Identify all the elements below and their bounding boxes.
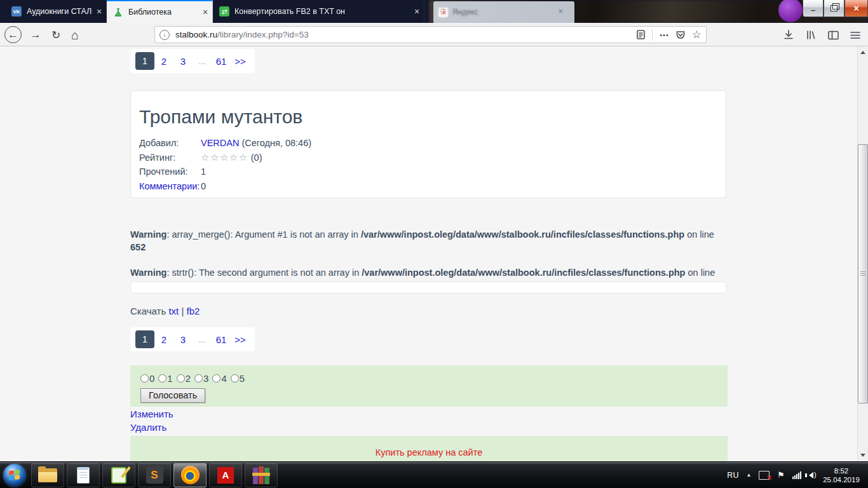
taskbar-notepad-button[interactable]: [67, 463, 100, 487]
tab-title: Аудиокниги СТАЛКЕР: [27, 7, 92, 16]
restore-icon: [831, 5, 837, 11]
php-warning: Warning: array_merge(): Argument #1 is n…: [130, 228, 718, 254]
tab-close-icon[interactable]: ×: [198, 7, 212, 17]
adobe-icon: A: [217, 467, 234, 484]
url-text: stalbook.ru/library/index.php?id=53: [175, 30, 309, 39]
pagination-next-link[interactable]: >>: [231, 334, 250, 345]
vote-radio-1[interactable]: [158, 374, 166, 383]
tab-audiobooks-stalker[interactable]: VK Аудиокниги СТАЛКЕР ×: [5, 0, 107, 23]
taskbar-adobe-button[interactable]: A: [209, 463, 242, 487]
update-error-icon[interactable]: [759, 471, 770, 480]
taskbar-explorer-button[interactable]: [31, 463, 64, 487]
taskbar-winrar-button[interactable]: [245, 463, 278, 487]
back-button[interactable]: ←: [4, 26, 22, 43]
vertical-scrollbar[interactable]: [857, 46, 868, 461]
background-tab-close-icon[interactable]: ×: [558, 6, 563, 16]
windows-logo-icon: [9, 470, 20, 481]
book-title: Тропами мутантов: [139, 106, 726, 128]
user-link[interactable]: VERDAN: [201, 138, 239, 148]
tab-convert-fb2[interactable]: ⇄ Конвертировать FB2 в TXT он ×: [213, 0, 424, 23]
pagination-current-page[interactable]: 1: [135, 330, 154, 348]
tab-title: Конвертировать FB2 в TXT он: [234, 7, 410, 16]
winrar-icon: [253, 466, 269, 484]
window-restore-button[interactable]: [824, 0, 844, 17]
window-controls: – ×: [803, 0, 868, 17]
site-info-icon[interactable]: i: [159, 30, 170, 40]
tab-library-active[interactable]: Библиотека ×: [107, 0, 213, 23]
taskbar-clock[interactable]: 8:52 25.04.2019: [821, 466, 862, 484]
reads-label: Прочтений:: [139, 165, 201, 179]
forward-button[interactable]: →: [27, 26, 44, 44]
hidden-icons-arrow-icon[interactable]: ▲: [746, 472, 751, 478]
vote-panel: 0 1 2 3 4 5 Голосовать: [130, 365, 728, 407]
pagination-page-link[interactable]: 61: [212, 56, 231, 67]
rating-count: (0): [248, 152, 262, 163]
home-button[interactable]: ⌂: [66, 26, 84, 44]
pagination-current-page[interactable]: 1: [135, 52, 154, 70]
menu-hamburger-icon[interactable]: [847, 27, 864, 43]
pagination-page-link[interactable]: 3: [173, 334, 193, 345]
pagination-page-link[interactable]: 61: [212, 334, 231, 345]
vote-radio-2[interactable]: [177, 374, 185, 383]
system-tray: RU ▲ ⚑ 8:52 25.04.2019: [727, 466, 868, 484]
scroll-down-arrow-icon[interactable]: [860, 454, 865, 457]
download-txt-link[interactable]: txt: [168, 306, 179, 316]
vote-radio-4[interactable]: [212, 374, 220, 383]
pocket-icon[interactable]: [676, 30, 685, 39]
tab-close-icon[interactable]: ×: [410, 6, 424, 17]
volume-icon[interactable]: [809, 472, 813, 478]
window-minimize-button[interactable]: –: [803, 0, 824, 17]
start-button[interactable]: [3, 464, 26, 487]
taskbar-firefox-button[interactable]: [173, 463, 207, 487]
vote-radio-5[interactable]: [231, 374, 239, 383]
notepadpp-icon: [111, 467, 126, 484]
reload-button[interactable]: ↻: [47, 26, 65, 44]
download-fb2-link[interactable]: fb2: [187, 306, 200, 316]
new-tab-button[interactable]: +: [435, 3, 450, 18]
comments-link[interactable]: Комментарии:: [139, 179, 201, 194]
reads-value: 1: [201, 166, 206, 177]
library-icon[interactable]: [803, 27, 819, 43]
vote-option-label: 4: [221, 373, 226, 384]
clock-time: 8:52: [821, 466, 862, 475]
vote-submit-button[interactable]: Голосовать: [140, 388, 205, 403]
bookmark-star-icon[interactable]: ☆: [692, 28, 702, 41]
ad-link[interactable]: Купить рекламу на сайте: [376, 447, 483, 458]
page-actions-icon[interactable]: •••: [660, 31, 669, 39]
taskbar-sublime-button[interactable]: S: [138, 463, 171, 487]
delete-link[interactable]: Удалить: [130, 422, 166, 433]
downloads-icon[interactable]: [780, 27, 797, 43]
vote-radio-0[interactable]: [140, 374, 149, 383]
pagination-next-link[interactable]: >>: [231, 56, 250, 67]
vk-favicon-icon: VK: [11, 6, 22, 17]
vote-option-label: 0: [149, 373, 154, 384]
scroll-up-arrow-icon[interactable]: [860, 51, 865, 54]
pagination-page-link[interactable]: 2: [154, 56, 173, 67]
scrollbar-thumb[interactable]: [858, 144, 868, 403]
pagination-page-link[interactable]: 2: [154, 334, 173, 345]
download-label: Скачать: [130, 306, 168, 316]
pagination-ellipsis: ...: [193, 335, 212, 344]
pagination-page-link[interactable]: 3: [173, 56, 193, 67]
divider: [652, 29, 653, 41]
vote-radio-3[interactable]: [194, 374, 203, 383]
converter-favicon-icon: ⇄: [219, 6, 229, 17]
url-bar[interactable]: i stalbook.ru/library/index.php?id=53 ••…: [154, 26, 707, 43]
screen: Я Яндекс × + VK Аудиокниги СТАЛКЕР × Биб…: [0, 0, 868, 488]
reader-mode-icon[interactable]: [637, 30, 645, 39]
download-separator: |: [179, 306, 186, 316]
vote-option-label: 2: [186, 373, 191, 384]
background-window[interactable]: Я Яндекс ×: [433, 1, 574, 23]
page-content: 1 2 3 ... 61 >> Тропами мутантов Добавил…: [0, 46, 857, 461]
language-indicator[interactable]: RU: [727, 471, 738, 480]
book-rating-row: Рейтинг:☆☆☆☆☆ (0): [139, 151, 726, 165]
sidebar-toggle-icon[interactable]: [825, 27, 841, 43]
edit-link[interactable]: Изменить: [130, 409, 173, 419]
taskbar-notepadpp-button[interactable]: [102, 463, 135, 487]
window-close-button[interactable]: ×: [844, 0, 868, 17]
action-center-flag-icon[interactable]: ⚑: [777, 470, 785, 480]
url-domain: stalbook.ru: [175, 30, 217, 39]
network-signal-icon[interactable]: [792, 471, 801, 479]
tab-close-icon[interactable]: ×: [92, 6, 106, 17]
book-card: Тропами мутантов Добавил:VERDAN (Сегодня…: [130, 90, 726, 198]
